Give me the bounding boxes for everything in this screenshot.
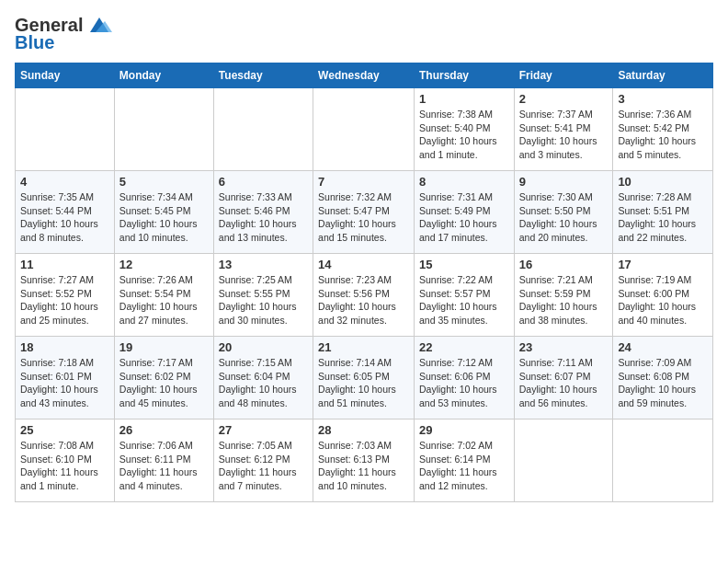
calendar-cell: 23Sunrise: 7:11 AM Sunset: 6:07 PM Dayli… [514,337,613,419]
calendar-cell: 27Sunrise: 7:05 AM Sunset: 6:12 PM Dayli… [213,419,313,502]
calendar-cell: 21Sunrise: 7:14 AM Sunset: 6:05 PM Dayli… [313,337,415,419]
day-number: 9 [519,175,609,189]
header: General Blue [15,15,713,53]
calendar-cell: 3Sunrise: 7:36 AM Sunset: 5:42 PM Daylig… [613,88,713,171]
day-info: Sunrise: 7:19 AM Sunset: 6:00 PM Dayligh… [618,273,708,327]
day-info: Sunrise: 7:03 AM Sunset: 6:13 PM Dayligh… [318,439,409,493]
calendar-cell: 25Sunrise: 7:08 AM Sunset: 6:10 PM Dayli… [16,419,115,502]
day-info: Sunrise: 7:36 AM Sunset: 5:42 PM Dayligh… [618,108,708,162]
day-number: 4 [20,175,109,189]
calendar-cell [213,88,313,171]
day-info: Sunrise: 7:06 AM Sunset: 6:11 PM Dayligh… [119,439,209,493]
day-number: 3 [618,92,708,106]
day-info: Sunrise: 7:17 AM Sunset: 6:02 PM Dayligh… [119,356,209,410]
day-number: 22 [419,340,509,354]
day-info: Sunrise: 7:38 AM Sunset: 5:40 PM Dayligh… [419,108,509,162]
calendar-cell: 10Sunrise: 7:28 AM Sunset: 5:51 PM Dayli… [613,171,713,254]
day-header-tuesday: Tuesday [213,63,313,88]
calendar-cell [514,419,613,502]
day-number: 25 [20,423,109,437]
calendar-cell: 12Sunrise: 7:26 AM Sunset: 5:54 PM Dayli… [114,254,213,337]
week-row-3: 18Sunrise: 7:18 AM Sunset: 6:01 PM Dayli… [16,337,713,419]
day-number: 7 [318,175,409,189]
day-info: Sunrise: 7:15 AM Sunset: 6:04 PM Dayligh… [219,356,308,410]
header-row: SundayMondayTuesdayWednesdayThursdayFrid… [16,63,713,88]
calendar-cell: 7Sunrise: 7:32 AM Sunset: 5:47 PM Daylig… [313,171,415,254]
calendar-cell: 4Sunrise: 7:35 AM Sunset: 5:44 PM Daylig… [16,171,115,254]
calendar-cell: 11Sunrise: 7:27 AM Sunset: 5:52 PM Dayli… [16,254,115,337]
day-info: Sunrise: 7:34 AM Sunset: 5:45 PM Dayligh… [119,190,209,245]
day-info: Sunrise: 7:32 AM Sunset: 5:47 PM Dayligh… [318,190,409,245]
calendar-cell: 14Sunrise: 7:23 AM Sunset: 5:56 PM Dayli… [313,254,415,337]
day-number: 23 [519,340,609,354]
day-number: 28 [318,423,409,437]
week-row-2: 11Sunrise: 7:27 AM Sunset: 5:52 PM Dayli… [16,254,713,337]
day-number: 10 [618,175,708,189]
calendar-cell: 8Sunrise: 7:31 AM Sunset: 5:49 PM Daylig… [414,171,514,254]
calendar-cell: 5Sunrise: 7:34 AM Sunset: 5:45 PM Daylig… [114,171,213,254]
week-row-4: 25Sunrise: 7:08 AM Sunset: 6:10 PM Dayli… [16,419,713,502]
calendar-cell: 9Sunrise: 7:30 AM Sunset: 5:50 PM Daylig… [514,171,613,254]
day-number: 6 [219,175,308,189]
calendar-body: 1Sunrise: 7:38 AM Sunset: 5:40 PM Daylig… [16,88,713,502]
calendar-cell: 2Sunrise: 7:37 AM Sunset: 5:41 PM Daylig… [514,88,613,171]
day-info: Sunrise: 7:23 AM Sunset: 5:56 PM Dayligh… [318,273,409,327]
day-header-sunday: Sunday [16,63,115,88]
calendar-cell: 26Sunrise: 7:06 AM Sunset: 6:11 PM Dayli… [114,419,213,502]
day-info: Sunrise: 7:18 AM Sunset: 6:01 PM Dayligh… [20,356,109,410]
calendar-cell: 22Sunrise: 7:12 AM Sunset: 6:06 PM Dayli… [414,337,514,419]
calendar-cell: 16Sunrise: 7:21 AM Sunset: 5:59 PM Dayli… [514,254,613,337]
day-info: Sunrise: 7:21 AM Sunset: 5:59 PM Dayligh… [519,273,609,327]
day-number: 18 [20,340,109,354]
day-info: Sunrise: 7:31 AM Sunset: 5:49 PM Dayligh… [419,190,509,245]
calendar-cell: 29Sunrise: 7:02 AM Sunset: 6:14 PM Dayli… [414,419,514,502]
logo: General Blue [15,15,112,53]
calendar-cell [114,88,213,171]
day-number: 16 [519,258,609,271]
logo-icon [86,16,112,36]
day-info: Sunrise: 7:02 AM Sunset: 6:14 PM Dayligh… [419,439,509,493]
day-number: 5 [119,175,209,189]
day-info: Sunrise: 7:05 AM Sunset: 6:12 PM Dayligh… [219,439,308,493]
week-row-1: 4Sunrise: 7:35 AM Sunset: 5:44 PM Daylig… [16,171,713,254]
day-info: Sunrise: 7:27 AM Sunset: 5:52 PM Dayligh… [20,273,109,327]
day-number: 2 [519,92,609,106]
day-header-saturday: Saturday [613,63,713,88]
day-number: 12 [119,258,209,271]
day-header-wednesday: Wednesday [313,63,415,88]
day-number: 19 [119,340,209,354]
day-number: 1 [419,92,509,106]
day-header-friday: Friday [514,63,613,88]
day-number: 8 [419,175,509,189]
day-number: 14 [318,258,409,271]
calendar-cell: 19Sunrise: 7:17 AM Sunset: 6:02 PM Dayli… [114,337,213,419]
calendar-header: SundayMondayTuesdayWednesdayThursdayFrid… [16,63,713,88]
day-info: Sunrise: 7:30 AM Sunset: 5:50 PM Dayligh… [519,190,609,245]
calendar-cell [313,88,415,171]
calendar-cell [16,88,115,171]
calendar-cell: 1Sunrise: 7:38 AM Sunset: 5:40 PM Daylig… [414,88,514,171]
day-info: Sunrise: 7:26 AM Sunset: 5:54 PM Dayligh… [119,273,209,327]
day-number: 21 [318,340,409,354]
day-info: Sunrise: 7:35 AM Sunset: 5:44 PM Dayligh… [20,190,109,245]
day-info: Sunrise: 7:14 AM Sunset: 6:05 PM Dayligh… [318,356,409,410]
calendar-cell: 6Sunrise: 7:33 AM Sunset: 5:46 PM Daylig… [213,171,313,254]
day-number: 11 [20,258,109,271]
calendar-cell: 15Sunrise: 7:22 AM Sunset: 5:57 PM Dayli… [414,254,514,337]
day-info: Sunrise: 7:09 AM Sunset: 6:08 PM Dayligh… [618,356,708,410]
day-header-monday: Monday [114,63,213,88]
day-info: Sunrise: 7:33 AM Sunset: 5:46 PM Dayligh… [219,190,308,245]
calendar-cell: 28Sunrise: 7:03 AM Sunset: 6:13 PM Dayli… [313,419,415,502]
day-number: 27 [219,423,308,437]
week-row-0: 1Sunrise: 7:38 AM Sunset: 5:40 PM Daylig… [16,88,713,171]
logo-blue: Blue [15,32,54,53]
day-header-thursday: Thursday [414,63,514,88]
day-info: Sunrise: 7:25 AM Sunset: 5:55 PM Dayligh… [219,273,308,327]
day-info: Sunrise: 7:22 AM Sunset: 5:57 PM Dayligh… [419,273,509,327]
day-number: 24 [618,340,708,354]
day-info: Sunrise: 7:08 AM Sunset: 6:10 PM Dayligh… [20,439,109,493]
day-info: Sunrise: 7:12 AM Sunset: 6:06 PM Dayligh… [419,356,509,410]
day-number: 20 [219,340,308,354]
day-info: Sunrise: 7:11 AM Sunset: 6:07 PM Dayligh… [519,356,609,410]
calendar-cell: 24Sunrise: 7:09 AM Sunset: 6:08 PM Dayli… [613,337,713,419]
